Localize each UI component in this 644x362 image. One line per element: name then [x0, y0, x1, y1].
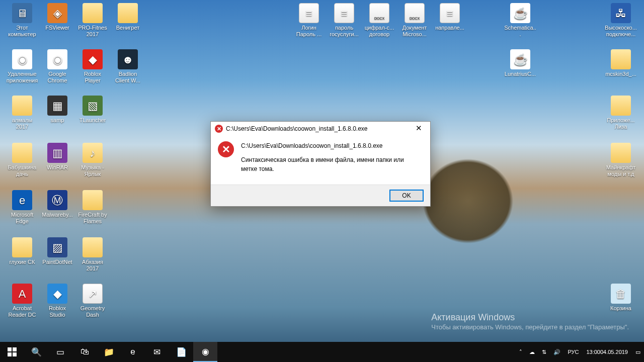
icon-image — [12, 237, 32, 257]
desktop-icon[interactable]: ◉Удаленные приложения — [5, 49, 39, 84]
store-button[interactable]: 🛍 — [72, 342, 97, 362]
icon-label: FSViewer — [40, 25, 74, 31]
desktop-icon[interactable]: ◉Google Chrome — [40, 49, 74, 84]
desktop-icon[interactable]: ≡Логин Пароль ... — [292, 3, 326, 38]
icon-label: направле... — [433, 25, 467, 31]
icon-label: Roblox Player — [75, 71, 110, 84]
icon-label: PRO-Fitnes 2017 — [75, 25, 110, 38]
icon-label: глухие СК — [5, 259, 39, 265]
desktop-icon[interactable]: ▥WinRAR — [40, 143, 74, 171]
icon-label: Этот компьютер — [5, 25, 39, 38]
icon-label: FireCraft by Flames — [75, 212, 110, 225]
icon-image: ≡ — [299, 3, 319, 23]
desktop-icon[interactable]: ≡пароль госуслуги... — [327, 3, 361, 38]
start-button[interactable] — [0, 342, 24, 362]
dialog-titlebar[interactable]: ✕ C:\Users\Eva\Downloads\coowon_install_… — [211, 122, 430, 135]
icon-image: ▨ — [47, 237, 67, 257]
dialog-error-text: Синтаксическая ошибка в имени файла, име… — [241, 155, 421, 173]
desktop-icon[interactable]: Приложе... Лиза — [604, 96, 638, 130]
icon-label: Музыка - Ярлык — [75, 164, 110, 177]
network-icon[interactable]: ⇅ — [538, 342, 550, 362]
edge-button[interactable]: e — [121, 342, 145, 362]
icon-image — [611, 143, 631, 163]
desktop-icon[interactable]: 🗑Корзина — [604, 284, 638, 312]
desktop-icon[interactable]: ◆Roblox Studio — [40, 284, 74, 318]
icon-label: Acrobat Reader DC — [5, 305, 39, 318]
icon-image: 🗑 — [611, 284, 631, 304]
titlebar-error-icon: ✕ — [215, 125, 223, 133]
icon-image — [83, 3, 103, 23]
icon-label: PaintDotNet — [40, 259, 74, 265]
icon-image: ≡ — [440, 3, 460, 23]
desktop[interactable]: 🖥Этот компьютер◈FSViewerPRO-Fitnes 2017В… — [0, 0, 644, 362]
desktop-icon[interactable]: ♪Музыка - Ярлык — [75, 143, 110, 177]
icon-label: Malwareby... — [40, 212, 74, 218]
tray-overflow-button[interactable]: ˄ — [516, 342, 526, 362]
desktop-icon[interactable]: алмалы 2017 — [5, 96, 39, 130]
desktop-icon[interactable]: FireCraft by Flames — [75, 190, 110, 225]
icon-label: Документ Microso... — [397, 25, 432, 38]
icon-image: 🖧 — [611, 3, 631, 23]
icon-label: Бабушкина дачь — [5, 164, 39, 177]
icon-image — [405, 3, 425, 23]
word-button[interactable]: 📄 — [169, 342, 193, 362]
desktop-icon[interactable]: Венигрет — [111, 3, 145, 31]
taskview-button[interactable]: ▭ — [48, 342, 72, 362]
desktop-icon[interactable]: ☻Badlion Client W... — [111, 49, 145, 84]
desktop-icon[interactable]: ◆Roblox Player — [75, 49, 110, 84]
desktop-icon[interactable]: Майнкрафт моды и т.д — [604, 143, 638, 177]
desktop-icon[interactable]: ☕Schematica... — [503, 3, 537, 38]
icon-label: Удаленные приложения — [5, 71, 39, 84]
desktop-icon[interactable]: глухие СК — [5, 237, 39, 265]
desktop-icon[interactable]: ☕LunatriusC... — [503, 49, 537, 77]
desktop-icon[interactable]: mcskin3d_... — [604, 49, 638, 77]
mail-button[interactable]: ✉ — [145, 342, 169, 362]
icon-label: алмалы 2017 — [5, 117, 39, 130]
icon-image: ◆ — [47, 284, 67, 304]
desktop-icon[interactable]: ⓂMalwareby... — [40, 190, 74, 218]
desktop-icon[interactable]: 🖧Высокоско... подключе... — [604, 3, 638, 38]
clock-time: 13:00 — [586, 348, 600, 355]
icon-image: ≡ — [334, 3, 354, 23]
desktop-icon[interactable]: AAcrobat Reader DC — [5, 284, 39, 318]
icon-label: LunatriusC... — [503, 71, 537, 77]
icon-label: Венигрет — [111, 25, 145, 31]
clock-date: 04.05.2019 — [600, 348, 628, 355]
icon-image: ◉ — [47, 49, 67, 69]
desktop-icon[interactable]: ▧TLauncher — [75, 96, 110, 124]
desktop-icon[interactable]: PRO-Fitnes 2017 — [75, 3, 110, 38]
desktop-icon[interactable]: ≡направле... — [433, 3, 467, 31]
icon-label: Логин Пароль ... — [292, 25, 326, 38]
close-button[interactable]: ✕ — [409, 123, 428, 134]
search-button[interactable]: 🔍 — [24, 342, 48, 362]
icon-image — [83, 190, 103, 210]
clock[interactable]: 13:00 04.05.2019 — [582, 342, 632, 362]
icon-label: mcskin3d_... — [604, 71, 638, 77]
action-center-button[interactable]: ▭ — [632, 342, 644, 362]
desktop-icon[interactable]: Бабушкина дачь — [5, 143, 39, 177]
icon-image — [611, 49, 631, 69]
chrome-button[interactable]: ◉ — [193, 342, 217, 362]
desktop-icon[interactable]: ▦samp — [40, 96, 74, 124]
language-indicator[interactable]: РУС — [564, 342, 582, 362]
desktop-icon[interactable]: ▨PaintDotNet — [40, 237, 74, 265]
icon-label: Microsoft Edge — [5, 212, 39, 225]
onedrive-icon[interactable]: ☁ — [526, 342, 538, 362]
desktop-icon[interactable]: цифрал-с... договор — [362, 3, 396, 38]
desktop-icon[interactable]: Абхазия 2017 — [75, 237, 110, 272]
icon-label: пароль госуслуги... — [327, 25, 361, 38]
taskbar[interactable]: 🔍▭🛍📁e✉📄◉ ˄ ☁ ⇅ 🔊 РУС 13:00 04.05.2019 ▭ — [0, 342, 644, 362]
desktop-icon[interactable]: ↗Geometry Dash — [75, 284, 110, 318]
volume-icon[interactable]: 🔊 — [550, 342, 564, 362]
desktop-icon[interactable]: ◈FSViewer — [40, 3, 74, 31]
icon-image: A — [12, 284, 32, 304]
icon-image: Ⓜ — [47, 190, 67, 210]
desktop-icon[interactable]: eMicrosoft Edge — [5, 190, 39, 225]
icon-label: Badlion Client W... — [111, 71, 145, 84]
explorer-button[interactable]: 📁 — [97, 342, 121, 362]
icon-label: Приложе... Лиза — [604, 117, 638, 130]
icon-label: цифрал-с... договор — [362, 25, 396, 38]
desktop-icon[interactable]: Документ Microso... — [397, 3, 432, 38]
ok-button[interactable]: OK — [390, 190, 423, 201]
desktop-icon[interactable]: 🖥Этот компьютер — [5, 3, 39, 38]
